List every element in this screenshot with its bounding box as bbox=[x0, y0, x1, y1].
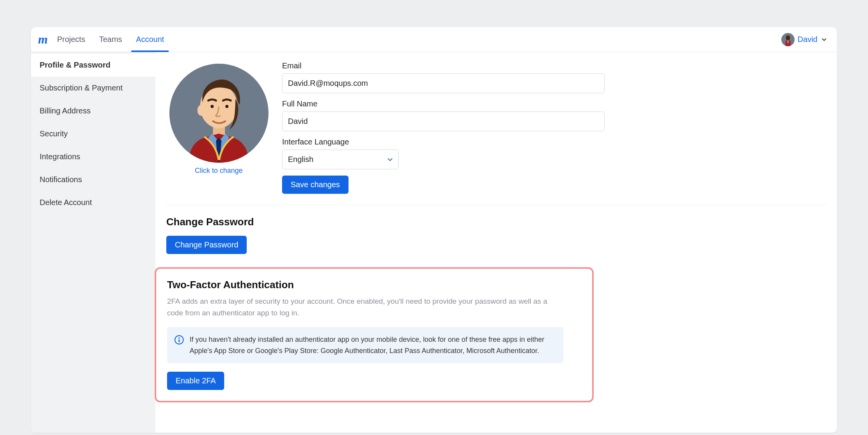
user-name-label: David bbox=[798, 35, 817, 44]
body-layout: Profile & Password Subscription & Paymen… bbox=[31, 52, 837, 433]
user-menu[interactable]: David bbox=[781, 33, 828, 46]
avatar-illustration-icon bbox=[169, 64, 268, 163]
svg-rect-12 bbox=[179, 339, 180, 342]
svg-rect-3 bbox=[787, 40, 789, 43]
email-field[interactable] bbox=[282, 73, 605, 93]
profile-section: Click to change Email Full Name Interfac… bbox=[166, 61, 826, 205]
language-label: Interface Language bbox=[282, 137, 616, 146]
avatar-column: Click to change bbox=[166, 61, 271, 175]
svg-point-7 bbox=[197, 105, 205, 116]
brand-logo[interactable]: m bbox=[38, 32, 48, 47]
enable-2fa-button[interactable]: Enable 2FA bbox=[167, 372, 224, 390]
info-icon bbox=[174, 335, 184, 345]
change-password-heading: Change Password bbox=[166, 216, 826, 228]
sidebar-item-delete-account[interactable]: Delete Account bbox=[31, 191, 155, 214]
chevron-down-icon bbox=[821, 36, 828, 43]
two-factor-description: 2FA adds an extra layer of security to y… bbox=[167, 296, 552, 319]
avatar-illustration-icon bbox=[781, 33, 795, 46]
avatar-large[interactable] bbox=[169, 64, 268, 163]
avatar-small bbox=[781, 33, 795, 46]
two-factor-highlight: Two-Factor Authentication 2FA adds an ex… bbox=[155, 267, 594, 402]
save-changes-button[interactable]: Save changes bbox=[282, 176, 349, 194]
svg-point-11 bbox=[178, 337, 180, 338]
svg-point-8 bbox=[211, 105, 214, 108]
change-password-section: Change Password Change Password bbox=[166, 216, 826, 254]
content-area: Click to change Email Full Name Interfac… bbox=[155, 52, 837, 433]
nav-tab-projects[interactable]: Projects bbox=[57, 27, 85, 52]
sidebar-item-profile-password[interactable]: Profile & Password bbox=[31, 54, 155, 77]
app-card: m Projects Teams Account David bbox=[31, 27, 837, 433]
sidebar-item-billing-address[interactable]: Billing Address bbox=[31, 99, 155, 122]
two-factor-info-banner: If you haven't already installed an auth… bbox=[167, 327, 563, 364]
profile-form: Email Full Name Interface Language Engli… bbox=[282, 61, 616, 194]
full-name-field[interactable] bbox=[282, 111, 605, 131]
full-name-label: Full Name bbox=[282, 99, 616, 108]
change-password-button[interactable]: Change Password bbox=[166, 236, 247, 254]
svg-point-9 bbox=[225, 105, 228, 108]
sidebar-item-subscription-payment[interactable]: Subscription & Payment bbox=[31, 77, 155, 99]
language-select[interactable]: English bbox=[282, 150, 399, 169]
sidebar-item-security[interactable]: Security bbox=[31, 122, 155, 145]
nav-tabs: Projects Teams Account bbox=[57, 27, 164, 52]
email-label: Email bbox=[282, 61, 616, 70]
nav-tab-teams[interactable]: Teams bbox=[99, 27, 122, 52]
language-value: English bbox=[282, 150, 399, 169]
two-factor-info-text: If you haven't already installed an auth… bbox=[190, 334, 556, 357]
sidebar-item-integrations[interactable]: Integrations bbox=[31, 145, 155, 168]
nav-tab-account[interactable]: Account bbox=[136, 27, 164, 52]
top-nav: m Projects Teams Account David bbox=[31, 27, 837, 52]
sidebar-item-notifications[interactable]: Notifications bbox=[31, 168, 155, 191]
sidebar: Profile & Password Subscription & Paymen… bbox=[31, 52, 155, 433]
avatar-change-link[interactable]: Click to change bbox=[195, 167, 242, 175]
two-factor-heading: Two-Factor Authentication bbox=[167, 279, 581, 291]
